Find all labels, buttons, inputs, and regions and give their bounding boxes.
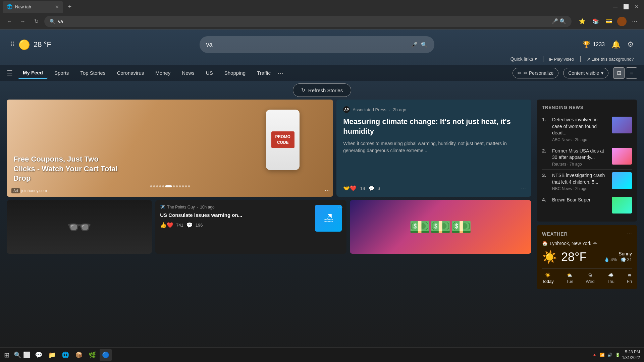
glasses-background: 👓 bbox=[7, 200, 152, 254]
like-background-button[interactable]: ↗ Like this background? bbox=[587, 57, 634, 62]
taskbar-app-explorer[interactable]: 📁 bbox=[46, 349, 58, 361]
notification-icon[interactable]: 🔔 bbox=[611, 40, 621, 49]
main-card-more-button[interactable]: ··· bbox=[325, 187, 330, 194]
main-ad-card[interactable]: PROMOCODE Free Coupons, Just Two Clicks … bbox=[7, 100, 333, 197]
nav-item-us[interactable]: US bbox=[201, 67, 218, 78]
taskbar-time-value: 5:28 PM bbox=[622, 349, 640, 355]
forecast-fri: 🌧 Fri bbox=[627, 273, 632, 284]
mic-icon[interactable]: 🎤 bbox=[551, 18, 558, 24]
like-bg-label: Like this background? bbox=[592, 57, 634, 62]
close-window-button[interactable]: ✕ bbox=[632, 2, 641, 11]
taskbar-app-chrome[interactable]: 🌐 bbox=[59, 349, 71, 361]
ad-source-name: joinhoney.com bbox=[21, 188, 47, 193]
card-time: 2h ago bbox=[393, 107, 406, 112]
weather-temperature: 28 °F bbox=[34, 40, 51, 49]
taskbar-app-teams[interactable]: 💬 bbox=[33, 349, 45, 361]
climate-card-more-button[interactable]: ··· bbox=[521, 184, 526, 191]
card-dots-nav bbox=[150, 185, 190, 187]
weather-sidebar-title: WEATHER bbox=[542, 231, 568, 237]
dot-11 bbox=[185, 185, 187, 187]
content-visible-label: Content visible bbox=[568, 70, 599, 76]
taskbar-date-value: 1/31/2022 bbox=[622, 355, 640, 361]
trending-item-2[interactable]: 2. Former Miss USA dies at 30 after appa… bbox=[542, 145, 632, 170]
feed-sidebar: TRENDING NEWS 1. Detectives involved in … bbox=[537, 100, 637, 358]
search-submit-icon[interactable]: 🔍 bbox=[559, 18, 566, 24]
small-card-reactions: 👍❤️ bbox=[160, 222, 173, 228]
active-tab[interactable]: 🌐 New tab ✕ bbox=[3, 1, 63, 13]
address-input[interactable] bbox=[58, 19, 549, 24]
main-search-bar[interactable]: 🎤 🔍 bbox=[200, 36, 434, 53]
trending-item-4[interactable]: 4. Brown Bear Super bbox=[542, 194, 632, 216]
trending-item-3[interactable]: 3. NTSB investigating crash that left 4 … bbox=[542, 170, 632, 194]
menu-dots-icon[interactable]: ⠿ bbox=[10, 41, 15, 49]
small-card-source: ✈️ The Points Guy · 10h ago bbox=[160, 205, 311, 209]
content-visible-button[interactable]: Content visible ▾ bbox=[563, 68, 608, 78]
nav-item-news[interactable]: News bbox=[177, 67, 199, 78]
settings-icon[interactable]: ⚙ bbox=[627, 40, 634, 49]
view-list-button[interactable]: ≡ bbox=[626, 67, 637, 79]
points-display: 🏆 1233 bbox=[582, 41, 605, 49]
forecast-label-thu: Thu bbox=[607, 279, 614, 284]
tray-volume-icon[interactable]: 🔊 bbox=[607, 353, 612, 357]
climate-card[interactable]: AP Associated Press · 2h ago Measuring c… bbox=[336, 100, 531, 197]
weather-sun-icon: ☀️ bbox=[542, 250, 557, 264]
wallet-icon[interactable]: 💳 bbox=[604, 16, 614, 27]
weather-more-button[interactable]: ··· bbox=[627, 230, 632, 237]
address-actions: 🎤 🔍 bbox=[551, 18, 566, 24]
refresh-stories-button[interactable]: ↻ Refresh Stories bbox=[293, 83, 351, 97]
taskbar-app-green[interactable]: 🌿 bbox=[86, 349, 98, 361]
dot-2 bbox=[153, 185, 155, 187]
address-box[interactable]: 🔍 🎤 🔍 bbox=[44, 16, 572, 27]
maximize-button[interactable]: ⬜ bbox=[621, 2, 631, 11]
search-icon: 🔍 bbox=[50, 19, 55, 24]
nav-more-button[interactable]: ··· bbox=[277, 69, 283, 77]
new-tab-button[interactable]: + bbox=[64, 1, 75, 12]
main-search-input[interactable] bbox=[206, 41, 408, 48]
quick-links-button[interactable]: Quick links ▾ bbox=[511, 56, 537, 62]
mic-search-icon[interactable]: 🎤 bbox=[411, 42, 418, 48]
taskbar-app-edge[interactable]: 🔵 bbox=[100, 349, 112, 361]
nav-item-coronavirus[interactable]: Coronavirus bbox=[112, 67, 149, 78]
nav-item-shopping[interactable]: Shopping bbox=[220, 67, 250, 78]
points-guy-card[interactable]: ✈️ The Points Guy · 10h ago US Consulate… bbox=[155, 200, 346, 254]
edit-location-icon[interactable]: ✏ bbox=[593, 241, 597, 246]
source-icon: ✈️ bbox=[160, 205, 165, 209]
money-background: 💵💵💵 bbox=[350, 200, 531, 254]
nav-item-traffic[interactable]: Traffic bbox=[252, 67, 275, 78]
tray-network-icon[interactable]: 📶 bbox=[600, 353, 605, 357]
forecast-icon-today: ☀️ bbox=[545, 273, 550, 278]
glasses-card[interactable]: 👓 bbox=[7, 200, 152, 254]
search-submit-icon[interactable]: 🔍 bbox=[421, 42, 428, 48]
nav-item-my-feed[interactable]: My Feed bbox=[18, 67, 48, 79]
taskbar-search-button[interactable]: 🔍 bbox=[14, 351, 21, 359]
points-card-more-button[interactable]: ··· bbox=[338, 203, 343, 210]
play-video-button[interactable]: ▶ Play video bbox=[549, 57, 574, 62]
hamburger-menu-icon[interactable]: ☰ bbox=[7, 69, 13, 77]
nav-item-money[interactable]: Money bbox=[151, 67, 175, 78]
back-button[interactable]: ← bbox=[4, 16, 15, 27]
trending-item-1[interactable]: 1. Detectives involved in case of woman … bbox=[542, 114, 632, 145]
trending-headline-2: Former Miss USA dies at 30 after apparen… bbox=[552, 148, 608, 161]
taskbar-view-button[interactable]: ⬜ bbox=[23, 351, 31, 359]
quick-links-label: Quick links bbox=[511, 56, 533, 62]
trending-num-4: 4. bbox=[542, 197, 549, 202]
minimize-button[interactable]: — bbox=[610, 2, 620, 11]
browser-more-button[interactable]: ⋯ bbox=[629, 16, 640, 27]
forward-button[interactable]: → bbox=[17, 16, 28, 27]
money-card[interactable]: 💵💵💵 bbox=[350, 200, 531, 254]
collections-icon[interactable]: 📚 bbox=[590, 16, 601, 27]
tray-battery-icon[interactable]: 🔋 bbox=[615, 353, 620, 357]
refresh-button[interactable]: ↻ bbox=[31, 16, 42, 27]
small-card-comment-count: 196 bbox=[196, 223, 203, 228]
taskbar-app-filezilla[interactable]: 📦 bbox=[73, 349, 85, 361]
nav-item-top-stories[interactable]: Top Stories bbox=[75, 67, 110, 78]
start-button[interactable]: ⊞ bbox=[4, 351, 10, 359]
view-grid-button[interactable]: ⊞ bbox=[613, 67, 625, 79]
profile-avatar[interactable] bbox=[617, 17, 627, 26]
nav-item-sports[interactable]: Sports bbox=[50, 67, 73, 78]
tab-close-button[interactable]: ✕ bbox=[55, 4, 59, 9]
taskbar-clock[interactable]: 5:28 PM 1/31/2022 bbox=[622, 349, 640, 361]
favorites-icon[interactable]: ⭐ bbox=[577, 16, 588, 27]
personalize-button[interactable]: ✏ ✏ Personalize bbox=[513, 68, 558, 78]
tray-arrow-icon[interactable]: 🔺 bbox=[592, 353, 597, 357]
